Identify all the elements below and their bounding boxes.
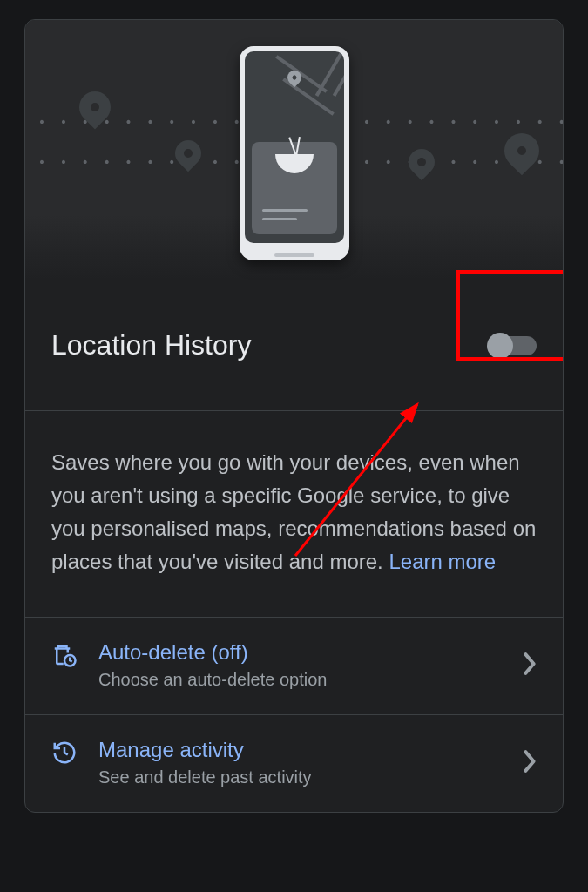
food-bowl-icon: [275, 154, 314, 173]
history-icon: [51, 740, 81, 769]
chevron-right-icon: [523, 749, 537, 777]
map-pin-icon: [403, 144, 440, 180]
manage-activity-row[interactable]: Manage activity See and delete past acti…: [25, 714, 563, 812]
page-title: Location History: [51, 329, 490, 362]
description-text: Saves where you go with your devices, ev…: [51, 450, 536, 573]
chevron-right-icon: [523, 652, 537, 679]
auto-delete-row[interactable]: Auto-delete (off) Choose an auto-delete …: [25, 617, 563, 714]
learn-more-link[interactable]: Learn more: [389, 550, 496, 573]
manage-activity-subtitle: See and delete past activity: [98, 767, 523, 787]
location-history-card: • • • • • • • • • • • • • • • • • • • • …: [24, 19, 564, 813]
auto-delete-subtitle: Choose an auto-delete option: [98, 670, 523, 690]
auto-delete-title: Auto-delete (off): [98, 640, 523, 665]
description-section: Saves where you go with your devices, ev…: [25, 410, 563, 617]
manage-activity-title: Manage activity: [98, 738, 523, 762]
trash-clock-icon: [51, 642, 81, 672]
location-history-header: Location History: [25, 280, 563, 410]
location-history-toggle[interactable]: [490, 336, 537, 355]
hero-illustration: • • • • • • • • • • • • • • • • • • • • …: [25, 20, 563, 280]
phone-illustration: [240, 46, 349, 260]
